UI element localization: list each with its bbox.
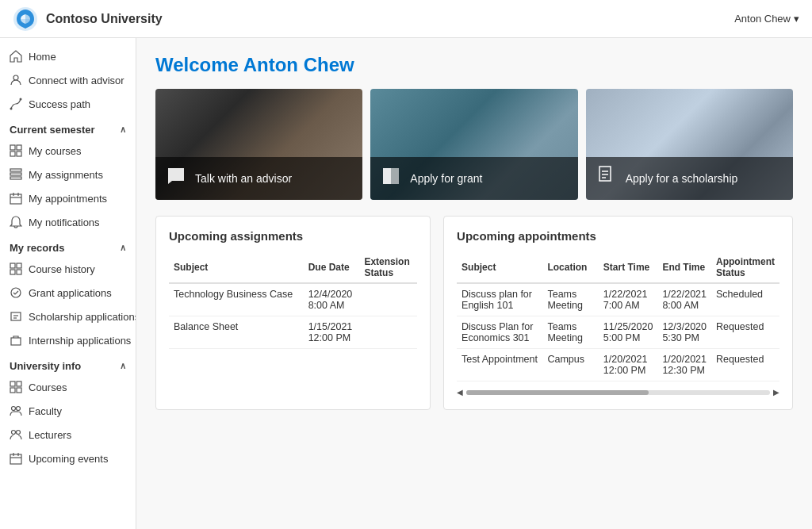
sidebar-item-my-courses[interactable]: My courses [0, 139, 136, 163]
svg-rect-7 [17, 151, 21, 156]
sidebar-item-courses[interactable]: Courses [0, 375, 136, 399]
card-overlay-scholarship: Apply for a scholarship [586, 157, 793, 200]
card-overlay-grant: Apply for grant [370, 157, 577, 200]
sidebar-label-success-path: Success path [29, 98, 90, 110]
sidebar-item-my-assignments[interactable]: My assignments [0, 163, 136, 186]
sidebar-item-course-history[interactable]: Course history [0, 257, 136, 281]
svg-point-28 [12, 407, 16, 411]
svg-point-2 [10, 108, 13, 110]
svg-rect-27 [17, 388, 21, 393]
sidebar-label-home: Home [29, 51, 56, 63]
table-row: Test Appointment Campus 1/20/202112:00 P… [457, 349, 779, 381]
assignments-panel: Upcoming assignments Subject Due Date Ex… [155, 216, 431, 410]
user-name: Anton Chew [734, 13, 791, 25]
scroll-left-arrow[interactable]: ◀ [457, 388, 463, 397]
sidebar-label-internship-applications: Internship applications [29, 335, 131, 347]
sidebar-item-connect-advisor[interactable]: Connect with advisor [0, 68, 136, 92]
welcome-title: Welcome Anton Chew [155, 54, 793, 76]
events-icon [10, 452, 22, 465]
appt-start-2: 11/25/20205:00 PM [599, 316, 658, 349]
svg-rect-8 [10, 169, 21, 171]
svg-rect-24 [10, 381, 15, 386]
svg-rect-6 [10, 151, 15, 156]
assignments-title: Upcoming assignments [169, 229, 417, 243]
col-subject: Subject [169, 252, 304, 283]
sidebar-label-grant-applications: Grant applications [29, 287, 112, 299]
svg-rect-20 [11, 312, 21, 320]
section-current-semester[interactable]: Current semester ∧ [0, 116, 136, 139]
sidebar-item-internship-applications[interactable]: Internship applications [0, 328, 136, 352]
sidebar-label-my-appointments: My appointments [29, 193, 107, 205]
sidebar-item-success-path[interactable]: Success path [0, 92, 136, 116]
path-icon [10, 98, 22, 110]
sidebar-item-faculty[interactable]: Faculty [0, 399, 136, 423]
svg-point-29 [17, 407, 21, 411]
svg-point-19 [11, 288, 21, 297]
svg-point-30 [12, 431, 16, 435]
section-my-records[interactable]: My records ∧ [0, 234, 136, 257]
appt-status-3: Requested [711, 349, 779, 381]
sidebar-item-home[interactable]: Home [0, 44, 136, 68]
grid-icon-3 [10, 381, 22, 393]
appt-status-2: Requested [711, 316, 779, 349]
grid-icon [10, 144, 22, 157]
table-row: Discuss Plan for Economics 301 Teams Mee… [457, 316, 779, 349]
feature-card-scholarship[interactable]: Apply for a scholarship [586, 89, 793, 200]
sidebar-label-courses: Courses [29, 381, 67, 393]
svg-point-3 [20, 98, 22, 101]
svg-point-31 [17, 431, 21, 435]
appt-col-subject: Subject [457, 252, 542, 283]
dropdown-arrow: ▾ [794, 13, 799, 25]
table-row: Balance Sheet 1/15/202112:00 PM [169, 316, 417, 349]
svg-rect-25 [17, 381, 21, 386]
svg-rect-17 [10, 270, 15, 274]
section-title-my-records: My records [10, 242, 64, 254]
scroll-right-arrow[interactable]: ▶ [773, 388, 779, 397]
feature-card-grant[interactable]: Apply for grant [370, 89, 577, 200]
feature-card-advisor[interactable]: Talk with an advisor [155, 89, 362, 200]
main-layout: Home Connect with advisor Success path C… [0, 38, 812, 529]
appt-status-1: Scheduled [711, 283, 779, 316]
appt-end-3: 1/20/202112:30 PM [657, 349, 711, 381]
appt-end-2: 12/3/20205:30 PM [657, 316, 711, 349]
scroll-thumb [466, 390, 649, 395]
sidebar-item-my-appointments[interactable]: My appointments [0, 186, 136, 210]
grant-icon [10, 286, 22, 299]
sidebar-label-connect-advisor: Connect with advisor [29, 75, 124, 86]
svg-rect-10 [10, 177, 21, 179]
svg-rect-36 [599, 167, 611, 181]
appt-subject-2: Discuss Plan for Economics 301 [457, 316, 542, 349]
sidebar-item-lecturers[interactable]: Lecturers [0, 423, 136, 447]
sidebar-label-my-assignments: My assignments [29, 169, 103, 181]
faculty-icon [10, 404, 22, 417]
appt-col-end: End Time [657, 252, 711, 283]
document-icon [596, 165, 618, 192]
appt-location-3: Campus [542, 349, 598, 381]
sidebar-label-scholarship-applications: Scholarship applications [29, 311, 136, 323]
person-icon [10, 74, 22, 86]
svg-rect-4 [10, 145, 15, 150]
appt-subject-3: Test Appointment [457, 349, 542, 381]
chevron-up-icon-2: ∧ [120, 243, 126, 253]
assignment-subject-1: Technology Business Case [169, 283, 304, 316]
appt-start-1: 1/22/20217:00 AM [599, 283, 658, 316]
brand-name: Contoso University [46, 12, 163, 26]
sidebar-item-upcoming-events[interactable]: Upcoming events [0, 447, 136, 470]
sidebar-label-faculty: Faculty [29, 405, 62, 417]
user-menu[interactable]: Anton Chew ▾ [734, 13, 799, 25]
appointments-title: Upcoming appointments [457, 229, 779, 243]
sidebar: Home Connect with advisor Success path C… [0, 38, 136, 529]
feature-cards-row: Talk with an advisor Apply for grant App… [155, 89, 793, 200]
assignment-subject-2: Balance Sheet [169, 316, 304, 349]
sidebar-item-grant-applications[interactable]: Grant applications [0, 281, 136, 305]
section-university-info[interactable]: University info ∧ [0, 352, 136, 375]
horizontal-scrollbar[interactable]: ◀ ▶ [457, 388, 779, 397]
assignment-due-2: 1/15/202112:00 PM [304, 316, 360, 349]
svg-rect-32 [10, 454, 21, 464]
appt-location-2: Teams Meeting [542, 316, 598, 349]
sidebar-item-my-notifications[interactable]: My notifications [0, 210, 136, 234]
svg-rect-9 [10, 173, 21, 175]
sidebar-item-scholarship-applications[interactable]: Scholarship applications [0, 305, 136, 328]
card-label-scholarship: Apply for a scholarship [626, 172, 738, 185]
scholarship-icon [10, 310, 22, 323]
